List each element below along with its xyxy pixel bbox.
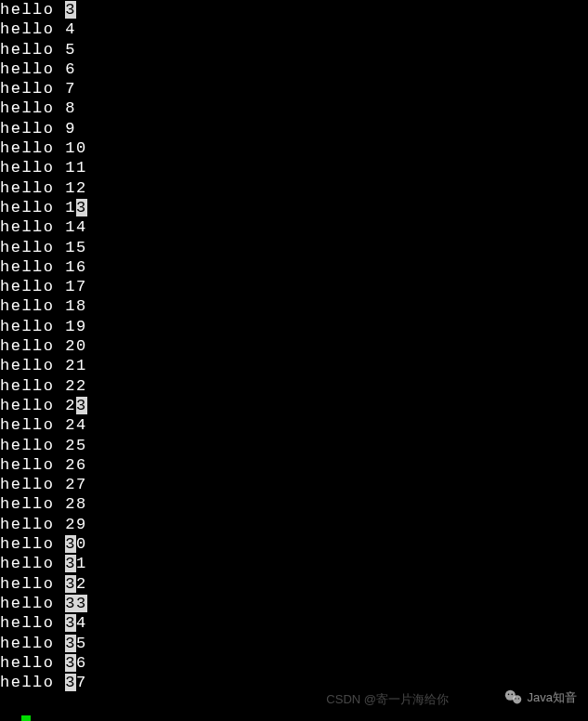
svg-point-1 [513, 695, 521, 703]
terminal-line: hello 31 [0, 554, 588, 573]
terminal-line: hello 36 [0, 653, 588, 673]
wechat-label: Java知音 [528, 689, 577, 706]
terminal-text: hello [0, 575, 65, 593]
terminal-line: hello 9 [0, 119, 588, 138]
terminal-line: hello 28 [0, 494, 588, 514]
terminal-cursor [21, 715, 31, 721]
terminal-text: hello 25 [0, 437, 87, 454]
terminal-line: hello 33 [0, 594, 588, 613]
terminal-line: hello 25 [0, 436, 588, 455]
terminal-text: hello 24 [0, 416, 87, 434]
svg-point-2 [507, 694, 509, 696]
highlighted-text: 3 [65, 1, 76, 19]
terminal-text: hello 2 [0, 397, 76, 414]
terminal-text: hello 27 [0, 476, 87, 493]
terminal-line: hello 26 [0, 455, 588, 475]
highlighted-text: 3 [65, 674, 76, 691]
csdn-watermark: CSDN @寄一片海给你 [326, 691, 449, 708]
terminal-line: hello 5 [0, 40, 588, 59]
terminal-text: hello 9 [0, 120, 76, 138]
terminal-text: 5 [76, 635, 87, 652]
terminal-line: hello 21 [0, 356, 588, 375]
highlighted-text: 3 [65, 575, 76, 593]
terminal-line: hello 19 [0, 317, 588, 336]
highlighted-text: 3 [76, 397, 87, 414]
svg-point-4 [515, 698, 516, 699]
terminal-line: hello 23 [0, 396, 588, 415]
terminal-text: hello 22 [0, 377, 87, 395]
terminal-line: hello 18 [0, 296, 588, 316]
terminal-line: hello 6 [0, 59, 588, 79]
terminal-text: 1 [76, 555, 87, 572]
terminal-line: hello 27 [0, 475, 588, 494]
terminal-text: hello [0, 555, 65, 572]
terminal-text: 0 [76, 535, 87, 553]
terminal-line: hello 17 [0, 277, 588, 296]
terminal-text: hello 6 [0, 60, 76, 78]
terminal-line: hello 14 [0, 217, 588, 237]
terminal-line: hello 20 [0, 336, 588, 356]
terminal-line: hello 16 [0, 257, 588, 277]
terminal-text: hello [0, 614, 65, 632]
terminal-line: hello 35 [0, 634, 588, 653]
terminal-text: hello 19 [0, 318, 87, 335]
terminal-text: hello [0, 1, 65, 19]
terminal-text: hello [0, 535, 65, 553]
terminal-text: 6 [76, 654, 87, 672]
terminal-line: hello 11 [0, 158, 588, 177]
terminal-line: hello 34 [0, 613, 588, 633]
highlighted-text: 3 [65, 635, 76, 652]
terminal-text: hello 14 [0, 218, 87, 236]
terminal-line: hello 15 [0, 238, 588, 257]
terminal-line: hello 7 [0, 79, 588, 98]
terminal-text: hello 26 [0, 456, 87, 474]
terminal-line: hello 30 [0, 534, 588, 554]
terminal-text: hello 17 [0, 278, 87, 295]
highlighted-text: 33 [65, 595, 86, 612]
terminal-text: hello 12 [0, 179, 87, 197]
terminal-text: hello 20 [0, 337, 87, 355]
highlighted-text: 3 [76, 199, 87, 216]
terminal-text: hello 1 [0, 199, 76, 216]
terminal-line: hello 24 [0, 415, 588, 435]
terminal-line: hello 22 [0, 376, 588, 396]
highlighted-text: 3 [65, 654, 76, 672]
terminal-text: 4 [76, 614, 87, 632]
terminal-line: hello 10 [0, 138, 588, 158]
terminal-line: hello 29 [0, 515, 588, 534]
terminal-line: hello 13 [0, 198, 588, 217]
terminal-text: hello 16 [0, 258, 87, 276]
terminal-line: hello 37 [0, 673, 588, 692]
terminal-text: 2 [76, 575, 87, 593]
terminal-text: hello [0, 595, 65, 612]
terminal-text: hello 7 [0, 80, 76, 98]
terminal-text: hello 18 [0, 297, 87, 315]
wechat-icon [503, 688, 524, 708]
terminal-text: hello 29 [0, 516, 87, 533]
highlighted-text: 3 [65, 614, 76, 632]
terminal-text: hello 4 [0, 20, 76, 38]
terminal-text: hello 15 [0, 239, 87, 256]
svg-point-3 [511, 694, 513, 696]
terminal-line: hello 12 [0, 178, 588, 198]
terminal-text: hello 28 [0, 495, 87, 513]
highlighted-text: 3 [65, 535, 76, 553]
cursor-line [0, 692, 588, 712]
terminal-line: hello 3 [0, 0, 588, 20]
terminal-text: hello [0, 674, 65, 691]
terminal-line: hello 32 [0, 574, 588, 594]
highlighted-text: 3 [65, 555, 76, 572]
terminal-text: hello 11 [0, 159, 87, 177]
svg-point-5 [517, 698, 518, 699]
wechat-watermark: Java知音 [503, 688, 577, 708]
terminal-text: 7 [76, 674, 87, 691]
terminal-text: hello 10 [0, 139, 87, 157]
terminal-line: hello 8 [0, 98, 588, 118]
terminal-output[interactable]: hello 3hello 4hello 5hello 6hello 7hello… [0, 0, 588, 692]
terminal-text: hello 5 [0, 41, 76, 59]
terminal-text: hello 21 [0, 357, 87, 374]
terminal-text: hello [0, 654, 65, 672]
terminal-line: hello 4 [0, 20, 588, 39]
terminal-text: hello [0, 635, 65, 652]
terminal-text: hello 8 [0, 99, 76, 117]
